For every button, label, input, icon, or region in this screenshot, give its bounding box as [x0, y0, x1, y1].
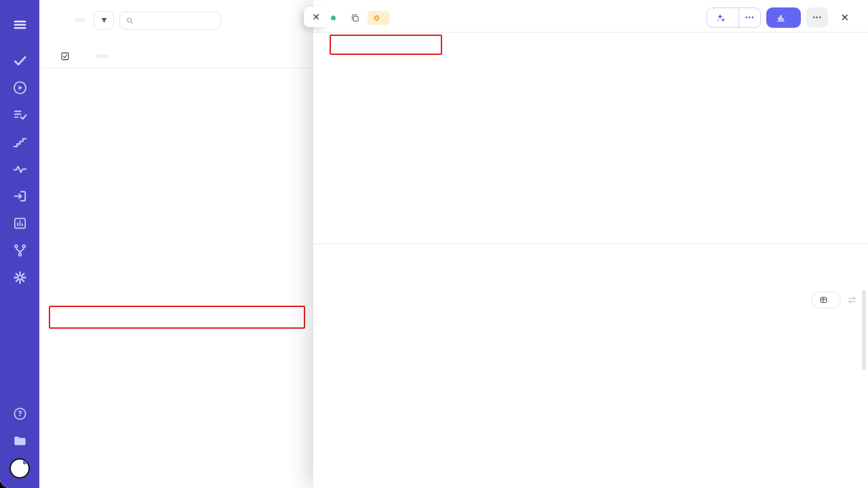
runs-filter-tabs [60, 51, 108, 62]
runs-panel [39, 0, 313, 488]
tag-chip[interactable] [96, 54, 108, 58]
filter-button[interactable] [94, 11, 114, 30]
area-chart [39, 83, 313, 224]
results-donut-chart [378, 69, 503, 167]
search-icon [125, 16, 134, 25]
test-list-icon[interactable] [12, 107, 28, 123]
close-icon[interactable]: ✕ [837, 12, 852, 24]
steps-icon[interactable] [12, 134, 28, 150]
report-chart-icon [776, 13, 786, 23]
run-status-dot [331, 16, 336, 20]
runs-search-input[interactable] [138, 16, 215, 25]
sort-row [331, 291, 857, 308]
annotation-rect-title [330, 35, 442, 55]
copy-icon[interactable] [350, 13, 360, 23]
sparkles-icon [715, 13, 726, 23]
app-sidebar [0, 0, 39, 488]
more-actions-button[interactable]: ••• [806, 7, 828, 28]
header-divider [313, 32, 868, 33]
run-summary-button[interactable] [707, 13, 738, 23]
sliders-icon[interactable] [847, 295, 857, 305]
run-summary-button-group: ••• [707, 7, 761, 28]
analytics-icon[interactable] [12, 216, 28, 231]
tasks-check-icon[interactable] [12, 53, 28, 68]
settings-gear-icon[interactable] [12, 270, 28, 285]
runs-history-chart [39, 68, 313, 237]
branch-icon[interactable] [12, 243, 28, 258]
report-button[interactable] [766, 7, 801, 28]
menu-icon[interactable] [12, 17, 28, 33]
confetti-icon [373, 14, 380, 22]
grid-icon [819, 296, 828, 304]
runs-count-badge [75, 18, 85, 22]
help-icon[interactable] [12, 406, 28, 422]
import-icon[interactable] [12, 188, 28, 204]
runs-search[interactable] [119, 12, 221, 30]
drawer-tabs [313, 243, 868, 244]
run-details-drawer: ••• ••• ✕ [313, 0, 868, 488]
scrollbar[interactable] [862, 290, 866, 370]
funnel-icon [100, 16, 108, 25]
custom-view-button[interactable] [811, 291, 841, 308]
run-summary-more-button[interactable]: ••• [738, 8, 760, 27]
tests-list [313, 308, 856, 488]
play-circle-icon[interactable] [12, 80, 28, 96]
bulk-edit-icon[interactable] [60, 51, 71, 62]
manual-run-chip [368, 11, 389, 25]
pulse-icon[interactable] [12, 161, 28, 177]
runs-header [60, 10, 313, 30]
runs-list [39, 264, 313, 488]
drawer-close-button[interactable]: ✕ [304, 7, 328, 27]
app-window: ••• ••• ✕ [0, 0, 868, 488]
projects-folder-icon[interactable] [12, 433, 28, 449]
user-avatar[interactable] [9, 458, 30, 479]
drawer-header: ••• ••• ✕ [331, 7, 852, 28]
